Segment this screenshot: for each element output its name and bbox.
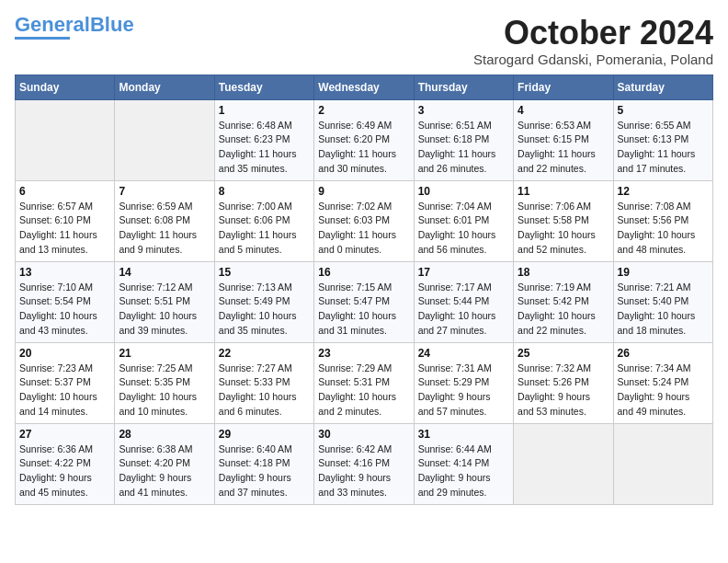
weekday-header-row: SundayMondayTuesdayWednesdayThursdayFrid…	[16, 75, 713, 99]
day-info: Sunrise: 6:49 AM Sunset: 6:20 PM Dayligh…	[318, 119, 409, 177]
day-info: Sunrise: 7:23 AM Sunset: 5:37 PM Dayligh…	[19, 362, 110, 419]
day-info: Sunrise: 7:32 AM Sunset: 5:26 PM Dayligh…	[518, 362, 609, 419]
weekday-header-saturday: Saturday	[613, 75, 712, 99]
day-number: 26	[618, 347, 709, 360]
day-number: 17	[418, 266, 509, 279]
calendar-cell: 4Sunrise: 6:53 AM Sunset: 6:15 PM Daylig…	[514, 99, 613, 180]
day-number: 5	[618, 104, 709, 117]
calendar-cell: 14Sunrise: 7:12 AM Sunset: 5:51 PM Dayli…	[115, 261, 214, 342]
calendar-cell	[613, 423, 712, 504]
day-number: 28	[119, 428, 210, 441]
day-info: Sunrise: 6:48 AM Sunset: 6:23 PM Dayligh…	[219, 119, 310, 177]
day-info: Sunrise: 7:12 AM Sunset: 5:51 PM Dayligh…	[119, 281, 210, 339]
day-number: 19	[618, 266, 709, 279]
day-number: 30	[318, 428, 409, 441]
day-info: Sunrise: 6:57 AM Sunset: 6:10 PM Dayligh…	[19, 200, 110, 258]
day-number: 27	[19, 428, 110, 441]
calendar-cell: 13Sunrise: 7:10 AM Sunset: 5:54 PM Dayli…	[16, 261, 115, 342]
day-number: 20	[19, 347, 110, 360]
day-number: 12	[618, 185, 709, 198]
calendar-cell: 1Sunrise: 6:48 AM Sunset: 6:23 PM Daylig…	[214, 99, 313, 180]
calendar-cell: 5Sunrise: 6:55 AM Sunset: 6:13 PM Daylig…	[613, 99, 712, 180]
logo-blue: Blue	[90, 13, 134, 36]
calendar-cell: 15Sunrise: 7:13 AM Sunset: 5:49 PM Dayli…	[214, 261, 313, 342]
day-number: 31	[418, 428, 509, 441]
day-info: Sunrise: 7:04 AM Sunset: 6:01 PM Dayligh…	[418, 200, 509, 258]
day-info: Sunrise: 7:34 AM Sunset: 5:24 PM Dayligh…	[618, 362, 709, 419]
calendar-cell: 6Sunrise: 6:57 AM Sunset: 6:10 PM Daylig…	[16, 180, 115, 261]
weekday-header-tuesday: Tuesday	[214, 75, 313, 99]
calendar-cell: 27Sunrise: 6:36 AM Sunset: 4:22 PM Dayli…	[16, 423, 115, 504]
weekday-header-friday: Friday	[514, 75, 613, 99]
weekday-header-sunday: Sunday	[16, 75, 115, 99]
day-number: 7	[119, 185, 210, 198]
day-info: Sunrise: 7:31 AM Sunset: 5:29 PM Dayligh…	[418, 362, 509, 419]
logo: GeneralBlue	[15, 15, 134, 40]
week-row-3: 13Sunrise: 7:10 AM Sunset: 5:54 PM Dayli…	[16, 261, 713, 342]
day-info: Sunrise: 6:55 AM Sunset: 6:13 PM Dayligh…	[618, 119, 709, 177]
day-number: 23	[318, 347, 409, 360]
day-number: 2	[318, 104, 409, 117]
calendar-cell: 11Sunrise: 7:06 AM Sunset: 5:58 PM Dayli…	[514, 180, 613, 261]
calendar-cell: 7Sunrise: 6:59 AM Sunset: 6:08 PM Daylig…	[115, 180, 214, 261]
day-number: 18	[518, 266, 609, 279]
calendar-cell: 31Sunrise: 6:44 AM Sunset: 4:14 PM Dayli…	[414, 423, 513, 504]
day-info: Sunrise: 7:13 AM Sunset: 5:49 PM Dayligh…	[219, 281, 310, 339]
day-number: 16	[318, 266, 409, 279]
logo-text: GeneralBlue	[15, 15, 134, 35]
week-row-1: 1Sunrise: 6:48 AM Sunset: 6:23 PM Daylig…	[16, 99, 713, 180]
title-area: October 2024 Starogard Gdanski, Pomerani…	[473, 15, 713, 67]
day-number: 4	[518, 104, 609, 117]
day-info: Sunrise: 6:38 AM Sunset: 4:20 PM Dayligh…	[119, 442, 210, 500]
calendar-cell: 10Sunrise: 7:04 AM Sunset: 6:01 PM Dayli…	[414, 180, 513, 261]
month-title: October 2024	[473, 15, 713, 52]
week-row-2: 6Sunrise: 6:57 AM Sunset: 6:10 PM Daylig…	[16, 180, 713, 261]
day-number: 13	[19, 266, 110, 279]
header: GeneralBlue October 2024 Starogard Gdans…	[15, 15, 713, 67]
calendar-cell: 22Sunrise: 7:27 AM Sunset: 5:33 PM Dayli…	[214, 342, 313, 423]
day-info: Sunrise: 6:44 AM Sunset: 4:14 PM Dayligh…	[418, 442, 509, 500]
calendar-cell: 25Sunrise: 7:32 AM Sunset: 5:26 PM Dayli…	[514, 342, 613, 423]
day-number: 10	[418, 185, 509, 198]
day-number: 21	[119, 347, 210, 360]
location: Starogard Gdanski, Pomerania, Poland	[473, 52, 713, 67]
calendar-cell: 26Sunrise: 7:34 AM Sunset: 5:24 PM Dayli…	[613, 342, 712, 423]
day-number: 14	[119, 266, 210, 279]
calendar-cell: 3Sunrise: 6:51 AM Sunset: 6:18 PM Daylig…	[414, 99, 513, 180]
day-info: Sunrise: 6:53 AM Sunset: 6:15 PM Dayligh…	[518, 119, 609, 177]
day-number: 29	[219, 428, 310, 441]
logo-underline	[15, 37, 70, 40]
calendar-table: SundayMondayTuesdayWednesdayThursdayFrid…	[15, 75, 713, 505]
calendar-cell	[115, 99, 214, 180]
day-number: 1	[219, 104, 310, 117]
day-info: Sunrise: 7:19 AM Sunset: 5:42 PM Dayligh…	[518, 281, 609, 339]
calendar-cell: 30Sunrise: 6:42 AM Sunset: 4:16 PM Dayli…	[314, 423, 414, 504]
day-number: 8	[219, 185, 310, 198]
calendar-cell: 21Sunrise: 7:25 AM Sunset: 5:35 PM Dayli…	[115, 342, 214, 423]
weekday-header-monday: Monday	[115, 75, 214, 99]
calendar-cell	[514, 423, 613, 504]
day-info: Sunrise: 6:59 AM Sunset: 6:08 PM Dayligh…	[119, 200, 210, 258]
day-number: 11	[518, 185, 609, 198]
calendar-cell: 23Sunrise: 7:29 AM Sunset: 5:31 PM Dayli…	[314, 342, 414, 423]
day-info: Sunrise: 7:00 AM Sunset: 6:06 PM Dayligh…	[219, 200, 310, 258]
day-info: Sunrise: 7:15 AM Sunset: 5:47 PM Dayligh…	[318, 281, 409, 339]
day-info: Sunrise: 6:40 AM Sunset: 4:18 PM Dayligh…	[219, 442, 310, 500]
calendar-cell: 20Sunrise: 7:23 AM Sunset: 5:37 PM Dayli…	[16, 342, 115, 423]
day-info: Sunrise: 7:06 AM Sunset: 5:58 PM Dayligh…	[518, 200, 609, 258]
day-info: Sunrise: 7:25 AM Sunset: 5:35 PM Dayligh…	[119, 362, 210, 419]
day-info: Sunrise: 7:17 AM Sunset: 5:44 PM Dayligh…	[418, 281, 509, 339]
calendar-cell: 17Sunrise: 7:17 AM Sunset: 5:44 PM Dayli…	[414, 261, 513, 342]
calendar-cell: 16Sunrise: 7:15 AM Sunset: 5:47 PM Dayli…	[314, 261, 414, 342]
day-number: 22	[219, 347, 310, 360]
calendar-cell: 24Sunrise: 7:31 AM Sunset: 5:29 PM Dayli…	[414, 342, 513, 423]
day-info: Sunrise: 7:02 AM Sunset: 6:03 PM Dayligh…	[318, 200, 409, 258]
weekday-header-thursday: Thursday	[414, 75, 513, 99]
day-info: Sunrise: 6:36 AM Sunset: 4:22 PM Dayligh…	[19, 442, 110, 500]
calendar-cell: 29Sunrise: 6:40 AM Sunset: 4:18 PM Dayli…	[214, 423, 313, 504]
day-info: Sunrise: 6:42 AM Sunset: 4:16 PM Dayligh…	[318, 442, 409, 500]
week-row-4: 20Sunrise: 7:23 AM Sunset: 5:37 PM Dayli…	[16, 342, 713, 423]
day-number: 9	[318, 185, 409, 198]
day-info: Sunrise: 7:21 AM Sunset: 5:40 PM Dayligh…	[618, 281, 709, 339]
day-number: 6	[19, 185, 110, 198]
